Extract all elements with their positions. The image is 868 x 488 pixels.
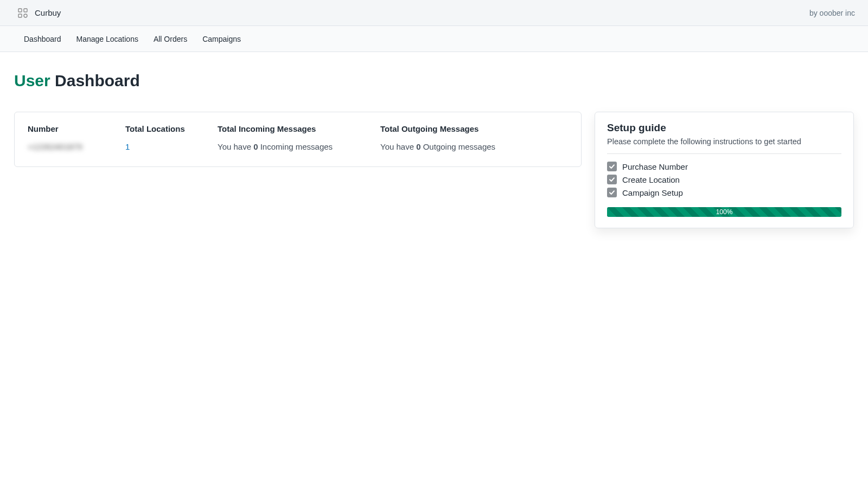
setup-guide-items: Purchase Number Create Location Campaign… [607, 162, 841, 197]
nav-item-all-orders[interactable]: All Orders [154, 33, 187, 46]
stat-incoming: Total Incoming Messages You have 0 Incom… [218, 124, 359, 151]
stat-incoming-suffix: Incoming messages [258, 142, 333, 151]
svg-rect-0 [18, 9, 22, 12]
stats-section: Number +12262401879 Total Locations 1 To… [14, 112, 582, 167]
check-icon [607, 188, 617, 197]
check-icon [607, 162, 617, 171]
stat-outgoing-prefix: You have [380, 142, 416, 151]
stat-outgoing-count: 0 [416, 142, 420, 151]
setup-guide-card: Setup guide Please complete the followin… [595, 112, 854, 228]
nav-item-campaigns[interactable]: Campaigns [202, 33, 241, 46]
setup-item-campaign-setup[interactable]: Campaign Setup [607, 188, 841, 197]
svg-rect-2 [18, 14, 22, 17]
setup-item-label: Create Location [622, 175, 680, 184]
stats-card: Number +12262401879 Total Locations 1 To… [14, 112, 582, 167]
topbar-left: Curbuy [17, 8, 61, 18]
stat-number-value: +12262401879 [28, 142, 104, 151]
stat-locations-label: Total Locations [125, 124, 196, 133]
page-title-rest: Dashboard [50, 72, 140, 89]
stat-outgoing-label: Total Outgoing Messages [380, 124, 510, 133]
stat-incoming-value: You have 0 Incoming messages [218, 142, 359, 151]
setup-guide-title: Setup guide [607, 122, 841, 134]
nav-item-dashboard[interactable]: Dashboard [24, 33, 61, 46]
stat-number-label: Number [28, 124, 104, 133]
svg-point-3 [24, 14, 27, 17]
setup-item-create-location[interactable]: Create Location [607, 175, 841, 184]
setup-progress-label: 100% [716, 208, 733, 216]
stat-outgoing-suffix: Outgoing messages [421, 142, 496, 151]
stat-locations-value[interactable]: 1 [125, 142, 196, 151]
stat-incoming-label: Total Incoming Messages [218, 124, 359, 133]
stat-outgoing: Total Outgoing Messages You have 0 Outgo… [380, 124, 510, 151]
setup-guide-description: Please complete the following instructio… [607, 137, 841, 154]
stat-incoming-count: 0 [253, 142, 258, 151]
setup-item-label: Purchase Number [622, 162, 688, 171]
stat-incoming-prefix: You have [218, 142, 253, 151]
nav-item-manage-locations[interactable]: Manage Locations [76, 33, 138, 46]
page-title: User Dashboard [14, 72, 140, 90]
page-title-highlight: User [14, 72, 50, 89]
setup-item-label: Campaign Setup [622, 188, 683, 197]
check-icon [607, 175, 617, 184]
svg-rect-1 [24, 9, 27, 12]
stat-locations: Total Locations 1 [125, 124, 196, 151]
setup-progress-bar: 100% [607, 207, 841, 217]
vendor-label: by ooober inc [809, 9, 855, 17]
topbar: Curbuy by ooober inc [0, 0, 868, 26]
app-logo-icon [17, 8, 28, 18]
setup-item-purchase-number[interactable]: Purchase Number [607, 162, 841, 171]
app-name: Curbuy [35, 8, 61, 17]
navbar: Dashboard Manage Locations All Orders Ca… [0, 26, 868, 52]
stat-number: Number +12262401879 [28, 124, 104, 151]
stat-outgoing-value: You have 0 Outgoing messages [380, 142, 510, 151]
